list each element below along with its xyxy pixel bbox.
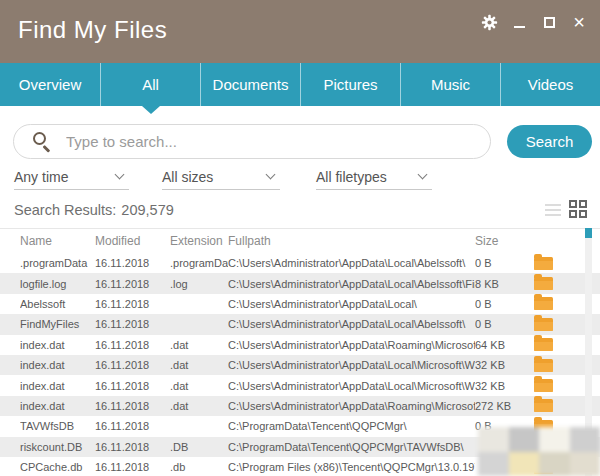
tab-pictures[interactable]: Pictures: [300, 63, 400, 106]
settings-gear-icon[interactable]: [480, 13, 498, 31]
cell-size: 32 KB: [475, 380, 520, 392]
cell-size: 8 KB: [475, 278, 520, 290]
cell-name: Abelssoft: [20, 298, 95, 310]
cell-extension: .DB: [170, 441, 228, 453]
cell-name: index.dat: [20, 380, 95, 392]
search-input[interactable]: [13, 124, 491, 159]
search-button[interactable]: Search: [507, 125, 592, 158]
cell-name: TAVWfsDB: [20, 420, 95, 432]
cell-size: 0 B: [475, 318, 520, 330]
tab-music[interactable]: Music: [400, 63, 500, 106]
cell-name: index.dat: [20, 359, 95, 371]
cell-extension: .log: [170, 278, 228, 290]
table-scrollbar-thumb[interactable]: [585, 228, 592, 238]
cell-name: CPCache.db: [20, 461, 95, 473]
open-folder-icon[interactable]: [534, 277, 553, 290]
table-row[interactable]: index.dat 16.11.2018 .dat C:\Users\Admin…: [0, 355, 600, 375]
column-header-size[interactable]: Size: [475, 234, 520, 248]
minimize-button[interactable]: [510, 13, 528, 31]
cell-size: 272 KB: [475, 400, 520, 412]
table-row[interactable]: index.dat 16.11.2018 .dat C:\Users\Admin…: [0, 335, 600, 355]
tab-bar: Overview All Documents Pictures Music Vi…: [0, 63, 600, 106]
tab-videos-label: Videos: [528, 76, 574, 93]
find-my-files-window: Find My Files × Overview: [0, 0, 600, 476]
open-folder-icon[interactable]: [534, 257, 553, 270]
titlebar: Find My Files ×: [0, 0, 600, 63]
column-header-modified[interactable]: Modified: [95, 234, 170, 248]
window-controls: ×: [480, 12, 588, 32]
list-view-icon[interactable]: [545, 204, 561, 216]
results-count: 209,579: [121, 202, 173, 218]
cell-extension: .dat: [170, 339, 228, 351]
chevron-down-icon: [266, 170, 276, 180]
time-filter-dropdown[interactable]: Any time: [14, 166, 129, 190]
table-row[interactable]: index.dat 16.11.2018 .dat C:\Users\Admin…: [0, 396, 600, 416]
size-filter-dropdown[interactable]: All sizes: [162, 166, 280, 190]
open-folder-icon[interactable]: [534, 297, 553, 310]
cell-fullpath: C:\Users\Administrator\AppData\Roaming\M…: [228, 400, 475, 412]
tab-all-label: All: [142, 76, 159, 93]
close-icon: ×: [573, 13, 585, 31]
open-folder-icon[interactable]: [534, 359, 553, 372]
close-button[interactable]: ×: [570, 13, 588, 31]
column-header-name[interactable]: Name: [20, 234, 95, 248]
open-folder-icon[interactable]: [534, 399, 553, 412]
open-folder-icon[interactable]: [534, 338, 553, 351]
cell-fullpath: C:\ProgramData\Tencent\QQPCMgr\TAVWfsDB\: [228, 441, 475, 453]
cell-fullpath: C:\Users\Administrator\AppData\Local\Abe…: [228, 278, 475, 290]
censored-watermark-mosaic: [478, 427, 600, 476]
tab-pictures-label: Pictures: [323, 76, 377, 93]
tab-music-label: Music: [431, 76, 470, 93]
filter-row: Any time All sizes All filetypes: [0, 166, 600, 190]
cell-fullpath: C:\ProgramData\Tencent\QQPCMgr\: [228, 420, 475, 432]
open-folder-icon[interactable]: [534, 379, 553, 392]
cell-name: index.dat: [20, 400, 95, 412]
chevron-down-icon: [418, 170, 428, 180]
search-field-wrap: [13, 124, 491, 159]
maximize-icon: [544, 17, 555, 28]
cell-name: logfile.log: [20, 278, 95, 290]
table-row[interactable]: .programData 16.11.2018 .programData C:\…: [0, 253, 600, 273]
cell-extension: .programData: [170, 257, 228, 269]
open-folder-icon[interactable]: [534, 318, 553, 331]
cell-modified: 16.11.2018: [95, 400, 170, 412]
table-row[interactable]: Abelssoft 16.11.2018 C:\Users\Administra…: [0, 294, 600, 314]
tab-documents-label: Documents: [213, 76, 289, 93]
filetype-filter-dropdown[interactable]: All filetypes: [316, 166, 432, 190]
cell-modified: 16.11.2018: [95, 461, 170, 473]
cell-size: 64 KB: [475, 339, 520, 351]
tab-documents[interactable]: Documents: [200, 63, 300, 106]
cell-fullpath: C:\Users\Administrator\AppData\Local\Mic…: [228, 359, 475, 371]
search-magnifier-icon: [33, 132, 46, 145]
cell-fullpath: C:\Users\Administrator\AppData\Local\Abe…: [228, 318, 475, 330]
minimize-icon: [514, 26, 525, 28]
cell-size: 0 B: [475, 257, 520, 269]
cell-fullpath: C:\Users\Administrator\AppData\Roaming\M…: [228, 339, 475, 351]
results-label: Search Results:: [14, 202, 116, 218]
table-row[interactable]: index.dat 16.11.2018 .dat C:\Users\Admin…: [0, 375, 600, 395]
filetype-filter-value: All filetypes: [316, 169, 387, 185]
tab-overview[interactable]: Overview: [0, 63, 100, 106]
cell-fullpath: C:\Program Files (x86)\Tencent\QQPCMgr\1…: [228, 461, 475, 473]
tab-videos[interactable]: Videos: [500, 63, 600, 106]
column-header-fullpath[interactable]: Fullpath: [228, 234, 475, 248]
tab-all[interactable]: All: [100, 63, 200, 106]
table-row[interactable]: logfile.log 16.11.2018 .log C:\Users\Adm…: [0, 273, 600, 293]
cell-size: 0 B: [475, 298, 520, 310]
time-filter-value: Any time: [14, 169, 68, 185]
cell-fullpath: C:\Users\Administrator\AppData\Local\Mic…: [228, 380, 475, 392]
cell-extension: .dat: [170, 400, 228, 412]
cell-name: index.dat: [20, 339, 95, 351]
cell-modified: 16.11.2018: [95, 380, 170, 392]
cell-fullpath: C:\Users\Administrator\AppData\Local\: [228, 298, 475, 310]
size-filter-value: All sizes: [162, 169, 213, 185]
table-header-row: Name Modified Extension Fullpath Size: [0, 229, 600, 253]
cell-name: FindMyFiles: [20, 318, 95, 330]
cell-extension: .db: [170, 461, 228, 473]
grid-view-icon[interactable]: [569, 200, 587, 218]
column-header-extension[interactable]: Extension: [170, 234, 228, 248]
table-row[interactable]: FindMyFiles 16.11.2018 C:\Users\Administ…: [0, 314, 600, 334]
maximize-button[interactable]: [540, 13, 558, 31]
cell-extension: .dat: [170, 380, 228, 392]
cell-fullpath: C:\Users\Administrator\AppData\Local\Abe…: [228, 257, 475, 269]
